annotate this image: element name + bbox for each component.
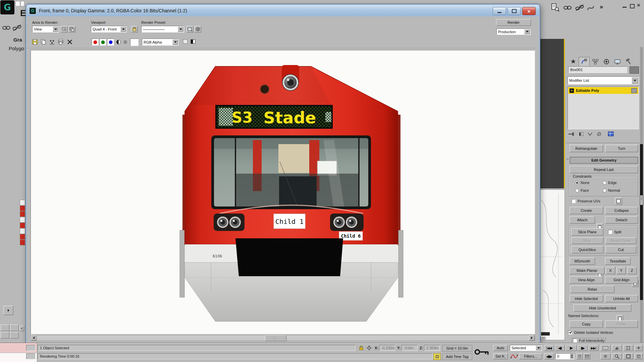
tab-utilities[interactable] bbox=[623, 57, 634, 66]
swatch[interactable] bbox=[20, 211, 25, 217]
set-keys-icon[interactable] bbox=[474, 348, 490, 356]
preserve-uvs-settings-button[interactable] bbox=[615, 197, 622, 205]
object-name-field[interactable]: Box001 bbox=[568, 66, 627, 73]
swatch[interactable] bbox=[20, 234, 25, 240]
stack-item-editable-poly[interactable]: + Editable Poly bbox=[568, 87, 638, 94]
extra-nav-button[interactable] bbox=[635, 345, 643, 351]
detach-button[interactable]: Detach bbox=[605, 216, 638, 224]
swatch[interactable] bbox=[20, 217, 25, 223]
z-coord-field[interactable]: 2.359m bbox=[424, 345, 440, 351]
swatch[interactable] bbox=[20, 223, 25, 228]
msmooth-button[interactable]: MSmooth bbox=[570, 257, 595, 265]
expand-button[interactable] bbox=[3, 306, 13, 315]
relax-button[interactable]: Relax bbox=[570, 286, 614, 293]
minimize-button[interactable] bbox=[493, 7, 506, 15]
link-icon[interactable] bbox=[2, 24, 12, 32]
tab-create[interactable] bbox=[568, 57, 579, 66]
selection-lock-icon[interactable] bbox=[359, 345, 364, 351]
unlink-icon[interactable] bbox=[12, 24, 22, 32]
pan-view-button[interactable] bbox=[612, 345, 622, 351]
close-button[interactable]: × bbox=[522, 7, 536, 15]
tab-modify[interactable] bbox=[579, 57, 590, 66]
environment-button[interactable] bbox=[194, 26, 201, 33]
remove-modifier-icon[interactable] bbox=[596, 131, 602, 137]
play-button[interactable]: ▶ bbox=[566, 345, 577, 351]
slice-button[interactable]: Slice bbox=[571, 237, 603, 244]
channel-display-select[interactable]: RGB Alpha bbox=[142, 39, 179, 46]
curve-tool-icon[interactable] bbox=[586, 3, 595, 12]
render-setup-button[interactable] bbox=[186, 26, 194, 33]
monochrome-toggle[interactable] bbox=[116, 40, 121, 45]
hide-unselected-button[interactable]: Hide Unselected bbox=[574, 304, 631, 312]
render-preset-select[interactable]: ------------------------ bbox=[141, 26, 184, 33]
go-to-end-button[interactable]: ▶▶| bbox=[588, 345, 598, 351]
slice-plane-button[interactable]: Slice Plane bbox=[571, 228, 603, 236]
save-image-button[interactable] bbox=[32, 39, 38, 45]
copy-button[interactable]: Copy bbox=[570, 320, 603, 328]
object-color-swatch[interactable] bbox=[630, 66, 639, 74]
edit-region-button[interactable] bbox=[61, 26, 68, 33]
preserve-uvs-checkbox[interactable] bbox=[572, 199, 576, 203]
mini-button[interactable] bbox=[1, 332, 9, 339]
hscroll-right-button[interactable] bbox=[529, 335, 535, 341]
restore-button[interactable] bbox=[507, 7, 521, 15]
toolbar-overflow-chevrons[interactable]: » bbox=[600, 3, 603, 10]
mini-time-button[interactable] bbox=[584, 353, 590, 359]
status-mini-box[interactable] bbox=[26, 353, 36, 359]
lock-viewport-button[interactable] bbox=[131, 26, 138, 33]
mini-button[interactable] bbox=[1, 324, 9, 331]
stack-expand-icon[interactable]: + bbox=[570, 88, 574, 93]
maximize-viewport-toggle[interactable] bbox=[623, 353, 633, 359]
make-planar-z-button[interactable]: Z bbox=[627, 267, 637, 274]
stack-onoff-icon[interactable] bbox=[631, 88, 637, 93]
time-config-button[interactable] bbox=[576, 353, 583, 359]
collapse-button[interactable]: Collapse bbox=[605, 207, 638, 214]
show-end-result-icon[interactable] bbox=[579, 131, 584, 137]
cut-button[interactable]: Cut bbox=[605, 246, 636, 253]
quickslice-button[interactable]: QuickSlice bbox=[571, 246, 603, 253]
main-minimize-icon[interactable] bbox=[623, 7, 627, 8]
hscroll-left-button[interactable] bbox=[31, 335, 37, 341]
tab-hierarchy[interactable] bbox=[590, 57, 601, 66]
current-frame-field[interactable]: 0 bbox=[555, 353, 574, 359]
delete-isolated-vertices-checkbox[interactable] bbox=[568, 330, 572, 335]
make-planar-y-button[interactable]: Y bbox=[616, 267, 626, 274]
main-restore-icon[interactable] bbox=[630, 4, 635, 8]
mini-listener-toggle[interactable] bbox=[433, 353, 441, 360]
blue-channel-toggle[interactable] bbox=[107, 39, 114, 46]
print-image-button[interactable] bbox=[58, 39, 64, 45]
constraint-edge-radio[interactable] bbox=[603, 181, 606, 185]
keyboard-shortcut-toggle[interactable] bbox=[600, 345, 610, 351]
render-mode-select[interactable]: Production bbox=[496, 28, 531, 35]
retriangulate-button[interactable]: Retriangulate bbox=[570, 145, 603, 152]
constraint-none-radio[interactable] bbox=[575, 181, 579, 185]
dialog-titlebar[interactable]: G Front, frame 0, Display Gamma: 2.0, RG… bbox=[27, 5, 539, 16]
modifier-stack[interactable]: + Editable Poly bbox=[568, 86, 639, 129]
unlink-selection-icon[interactable] bbox=[575, 4, 584, 11]
isolate-toggle[interactable] bbox=[600, 353, 610, 359]
zoom-extents-button[interactable] bbox=[623, 345, 633, 351]
red-channel-toggle[interactable] bbox=[92, 39, 99, 46]
repeat-last-button[interactable]: Repeat Last bbox=[570, 166, 638, 173]
set-key-button[interactable]: Set K. bbox=[493, 353, 508, 359]
add-time-tag-box[interactable]: Add Time Tag bbox=[442, 353, 472, 360]
absolute-mode-icon[interactable] bbox=[366, 345, 372, 351]
reset-plane-button[interactable]: Reset Plane bbox=[605, 237, 636, 244]
app-logo[interactable]: G bbox=[0, 0, 14, 14]
panel-scrollbar-thumb[interactable] bbox=[640, 195, 643, 205]
hide-selected-button[interactable]: Hide Selected bbox=[570, 295, 603, 302]
select-and-link-icon[interactable] bbox=[563, 4, 572, 11]
y-coord-field[interactable]: -0.0m bbox=[401, 345, 418, 351]
filters-button[interactable]: Filters... bbox=[519, 353, 542, 359]
background-color-swatch[interactable] bbox=[130, 39, 139, 46]
collapse-left-button[interactable]: < bbox=[19, 326, 24, 331]
constraint-normal-radio[interactable] bbox=[603, 189, 606, 192]
make-planar-x-button[interactable]: X bbox=[606, 267, 615, 274]
unhide-all-button[interactable]: Unhide All bbox=[605, 295, 638, 302]
viewport-select[interactable]: Quad 4 - Front bbox=[91, 26, 127, 33]
previous-frame-button[interactable]: ◀▮ bbox=[555, 345, 565, 351]
tab-motion[interactable] bbox=[601, 57, 612, 66]
panel-scrollbar[interactable] bbox=[640, 47, 643, 343]
clone-window-button[interactable] bbox=[49, 39, 55, 45]
alpha-channel-toggle[interactable] bbox=[123, 40, 127, 44]
